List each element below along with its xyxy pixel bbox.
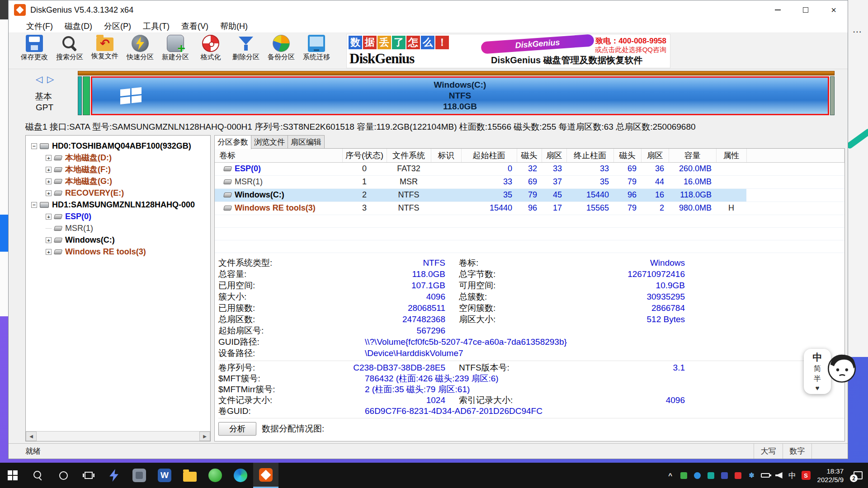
expand-icon[interactable] [46,178,52,184]
expand-icon[interactable] [46,167,52,173]
menu-tools[interactable]: 工具(T) [137,21,175,32]
collapse-icon[interactable] [31,143,37,149]
taskbar-app-lightning[interactable] [101,463,127,488]
action-center-button[interactable]: 2 [848,463,868,488]
ime-lang-indicator[interactable]: 中 [813,351,822,364]
more-options-icon[interactable]: ⋯ [853,26,868,37]
delete-partition-button[interactable]: 删除分区 [228,33,264,69]
tree-item-msr[interactable]: MSR(1) [26,222,210,234]
tab-partition-params[interactable]: 分区参数 [214,135,251,149]
disk-nav-back-icon[interactable]: ◁ [36,74,42,84]
volume-icon[interactable] [772,463,786,488]
col-start-cylinder[interactable]: 起始柱面 [461,149,517,162]
menu-view[interactable]: 查看(V) [175,21,214,32]
partition-row-esp[interactable]: ESP(0) 0 FAT32 0 32 33 33 69 36 260.0MB [215,162,844,175]
diskgenius-window: DiskGenius V5.4.3.1342 x64 × 文件(F) 磁盘(D)… [8,0,848,459]
menu-partition[interactable]: 分区(P) [98,21,137,32]
tree-item-hd0[interactable]: HD0:TOSHIBAMQ04ABF100(932GB) [26,140,210,152]
cortana-button[interactable] [51,463,76,488]
partition-segment-esp[interactable] [78,76,82,115]
ad-banner[interactable]: 数据丢了怎么！ DiskGenius DiskGenius 致电：400-008… [346,34,670,68]
tray-icon-green[interactable] [677,463,691,488]
close-button[interactable]: × [820,0,848,19]
tree-item-local-g[interactable]: 本地磁盘(G:) [26,175,210,187]
collapse-icon[interactable] [31,202,37,208]
tree-item-esp[interactable]: ESP(0) [26,211,210,222]
resize-grip[interactable] [811,444,848,459]
tree-item-recovery-e[interactable]: RECOVERY(E:) [26,187,210,199]
partition-segment-windows-c[interactable]: Windows(C:) NTFS 118.0GB [91,76,829,115]
col-attr[interactable]: 属性 [716,149,746,162]
tree-item-local-d[interactable]: 本地磁盘(D:) [26,152,210,164]
col-start-sector[interactable]: 扇区 [542,149,566,162]
col-volume-label[interactable]: 卷标 [215,149,342,162]
tray-expand-chevron[interactable]: ^ [664,463,677,488]
tree-item-hd1[interactable]: HD1:SAMSUNGMZNLN128HAHQ-000 [26,199,210,211]
menu-disk[interactable]: 磁盘(D) [59,21,98,32]
taskbar-app-diskgenius-active[interactable] [253,463,278,488]
quick-partition-button[interactable]: 快速分区 [123,33,158,69]
taskbar-app-browser-green[interactable] [203,463,228,488]
taskbar-app-explorer[interactable] [177,463,203,488]
col-index[interactable]: 序号(状态) [342,149,387,162]
analyze-button[interactable]: 分析 [218,422,256,436]
tree-item-windows-c[interactable]: Windows(C:) [26,234,210,246]
heart-icon[interactable]: ♥ [816,384,820,392]
tree-horizontal-scrollbar[interactable]: ◀ ▶ [26,431,210,441]
expand-icon[interactable] [46,155,52,161]
titlebar[interactable]: DiskGenius V5.4.3.1342 x64 × [9,0,848,19]
start-button[interactable] [0,463,25,488]
partition-row-windows-re[interactable]: Windows RE tools(3) 3 NTFS 15440 96 17 1… [215,202,844,215]
tree-item-local-f[interactable]: 本地磁盘(F:) [26,164,210,175]
expand-icon[interactable] [46,237,52,243]
new-partition-button[interactable]: 新建分区 [158,33,193,69]
col-end-cylinder[interactable]: 终止柱面 [566,149,613,162]
partition-segment-re-tools[interactable] [830,76,835,115]
tab-browse-files[interactable]: 浏览文件 [251,135,288,149]
save-changes-button[interactable]: 保存更改 [17,33,52,69]
tree-item-windows-re[interactable]: Windows RE tools(3) [26,246,210,258]
expand-icon[interactable] [46,214,52,220]
tray-icon-red[interactable] [731,463,745,488]
partition-row-msr[interactable]: MSR(1) 1 MSR 33 69 37 35 79 44 16.0MB [215,175,844,188]
ime-floating-widget[interactable]: 中 简 半 ♥ [804,349,831,394]
col-end-head[interactable]: 磁头 [613,149,641,162]
backup-partition-button[interactable]: 备份分区 [264,33,299,69]
tray-icon-blue[interactable] [691,463,704,488]
banner-qq-link[interactable]: 或点击此处选择QQ咨询 [595,46,666,54]
snowflake-icon[interactable]: ✽ [745,463,759,488]
scroll-right-icon[interactable]: ▶ [199,432,210,441]
ime-indicator[interactable]: 中 [786,463,799,488]
partition-row-windows-c-selected[interactable]: Windows(C:) 2 NTFS 35 79 45 15440 96 16 … [215,188,844,202]
tray-icon-teal[interactable] [704,463,718,488]
taskbar-search-button[interactable] [25,463,51,488]
taskbar-clock[interactable]: 18:37 2022/5/9 [813,467,848,484]
recover-files-button[interactable]: 恢复文件 [87,33,123,69]
scroll-left-icon[interactable]: ◀ [26,432,37,441]
sogou-icon[interactable]: S [799,463,813,488]
menu-help[interactable]: 帮助(H) [214,21,254,32]
system-migration-button[interactable]: 系统迁移 [299,33,334,69]
col-capacity[interactable]: 容量 [669,149,716,162]
battery-icon[interactable] [759,463,772,488]
expand-icon[interactable] [46,249,52,255]
partition-segment-msr[interactable] [83,76,90,115]
taskbar: W ^ ✽ 中 S 18:37 2022/5/9 2 [0,463,868,488]
taskbar-app-edge[interactable] [228,463,253,488]
format-button[interactable]: 格式化 [193,33,228,69]
task-view-button[interactable] [76,463,101,488]
col-filesystem[interactable]: 文件系统 [387,149,431,162]
col-end-sector[interactable]: 扇区 [641,149,669,162]
minimize-button[interactable] [764,0,792,19]
taskbar-app-utility[interactable] [127,463,152,488]
menu-file[interactable]: 文件(F) [20,21,59,32]
col-start-head[interactable]: 磁头 [517,149,542,162]
tab-sector-edit[interactable]: 扇区编辑 [288,135,325,149]
col-flag[interactable]: 标识 [431,149,461,162]
taskbar-app-word[interactable]: W [152,463,177,488]
maximize-button[interactable] [792,0,820,19]
tray-icon-indigo[interactable] [718,463,731,488]
disk-nav-forward-icon[interactable]: ▷ [47,74,54,84]
search-partition-button[interactable]: 搜索分区 [52,33,87,69]
expand-icon[interactable] [46,190,52,196]
